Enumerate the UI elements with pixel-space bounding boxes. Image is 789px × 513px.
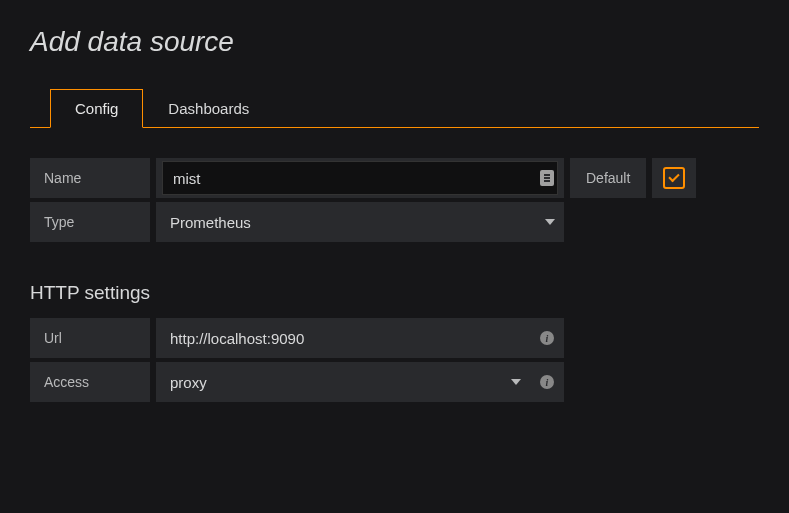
access-select[interactable]: proxy i (156, 362, 564, 402)
tabs: Config Dashboards (30, 88, 759, 128)
chevron-down-icon (536, 219, 564, 225)
row-type: Type Prometheus (30, 202, 759, 242)
url-input-wrap: http://localhost:9090 i (156, 318, 564, 358)
type-select[interactable]: Prometheus (156, 202, 564, 242)
check-icon (669, 171, 680, 182)
row-name: Name Default (30, 158, 759, 198)
default-label: Default (570, 158, 646, 198)
tab-config[interactable]: Config (50, 89, 143, 128)
row-access: Access proxy i (30, 362, 759, 402)
chevron-down-icon (502, 379, 530, 385)
url-label: Url (30, 318, 150, 358)
default-checkbox[interactable] (663, 167, 685, 189)
info-icon[interactable]: i (540, 331, 554, 345)
row-url: Url http://localhost:9090 i (30, 318, 759, 358)
name-label: Name (30, 158, 150, 198)
tab-dashboards[interactable]: Dashboards (143, 89, 274, 128)
url-input[interactable]: http://localhost:9090 (156, 330, 530, 347)
type-label: Type (30, 202, 150, 242)
name-input[interactable] (162, 161, 558, 195)
access-value: proxy (156, 374, 502, 391)
page-title: Add data source (30, 26, 759, 58)
name-input-wrap (156, 158, 564, 198)
type-value: Prometheus (156, 214, 536, 231)
access-label: Access (30, 362, 150, 402)
tag-icon[interactable] (540, 170, 554, 186)
info-icon[interactable]: i (540, 375, 554, 389)
default-checkbox-wrap (652, 158, 696, 198)
http-settings-header: HTTP settings (30, 282, 759, 304)
